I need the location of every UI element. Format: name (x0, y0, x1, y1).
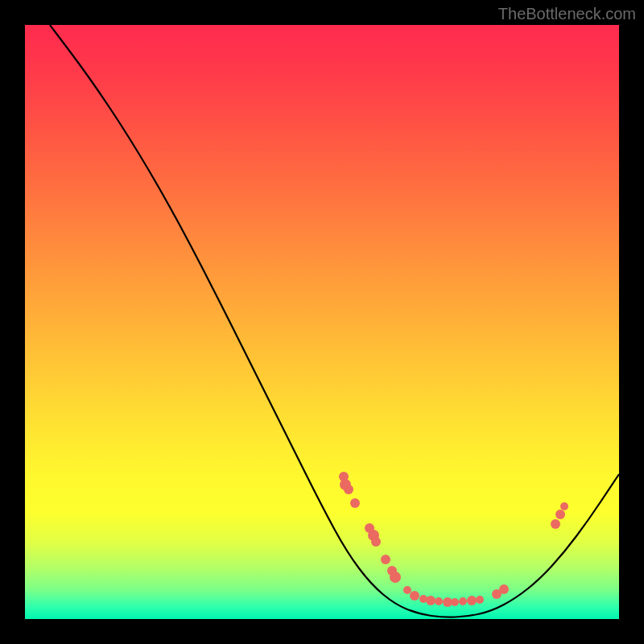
data-point (390, 572, 401, 583)
data-point (371, 537, 381, 547)
data-point (435, 597, 443, 605)
attribution-label: TheBottleneck.com (498, 5, 636, 23)
data-point (459, 597, 467, 605)
data-point (350, 498, 360, 508)
data-point (560, 502, 568, 510)
data-point (344, 485, 353, 494)
data-point (555, 510, 565, 519)
chart-svg (25, 25, 619, 619)
bottleneck-curve (50, 25, 619, 617)
data-point (476, 596, 484, 604)
data-point (551, 519, 560, 529)
data-point (499, 584, 509, 594)
data-point (381, 555, 390, 564)
data-point (410, 591, 419, 601)
data-point (467, 596, 477, 605)
data-point (451, 598, 459, 606)
bottleneck-chart (25, 25, 619, 619)
data-point (403, 586, 411, 594)
data-point (426, 596, 436, 605)
data-point-markers (339, 472, 568, 607)
